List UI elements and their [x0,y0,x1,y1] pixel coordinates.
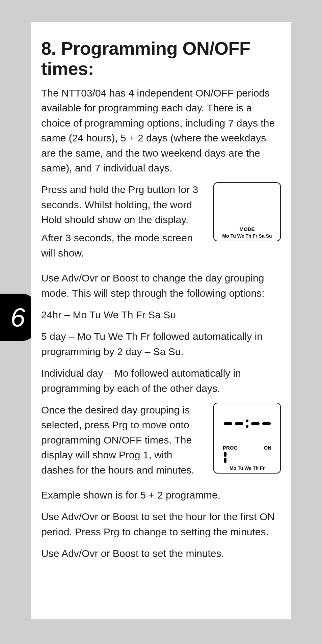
option-individual: Individual day – Mo followed automatical… [41,366,281,396]
step-row-1: Press and hold the Prg button for 3 seco… [41,182,281,264]
intro-paragraph: The NTT03/04 has 4 independent ON/OFF pe… [41,86,281,176]
lcd-days-row-full: Mo Tu We Th Fr Sa Su [217,233,277,239]
change-mode-instruction: Use Adv/Ovr or Boost to change the day g… [41,271,281,301]
set-minutes-instruction: Use Adv/Ovr or Boost to set the minutes. [41,546,281,561]
set-hour-instruction: Use Adv/Ovr or Boost to set the hour for… [41,509,281,539]
lcd-days-row-weekday: Mo Tu We Th Fr [217,465,277,471]
lcd-on-label: ON [264,445,272,451]
example-note: Example shown is for 5 + 2 programme. [41,488,281,503]
lcd-prog-number-icon [224,452,277,463]
option-5day: 5 day – Mo Tu We Th Fr followed automati… [41,329,281,359]
lcd-mode-display: MODE Mo Tu We Th Fr Sa Su [213,182,281,241]
hold-instruction: Press and hold the Prg button for 3 seco… [41,182,207,227]
section-heading: 8. Programming ON/OFF times: [41,38,281,79]
mode-screen-instruction: After 3 seconds, the mode screen will sh… [41,231,207,261]
page-number-tab: 6 [0,294,36,341]
option-24hr: 24hr – Mo Tu We Th Fr Sa Su [41,307,281,322]
lcd-prog-label: PROG [223,445,238,451]
content-panel: 8. Programming ON/OFF times: The NTT03/0… [31,22,291,619]
lcd-time-dashes [224,420,271,428]
lcd-mode-label: MODE [217,226,277,232]
prog-select-instruction: Once the desired day grouping is selecte… [41,403,207,478]
lcd-prog-display: PROG ON Mo Tu We Th Fr [213,403,281,474]
step-row-2: Once the desired day grouping is selecte… [41,403,281,481]
